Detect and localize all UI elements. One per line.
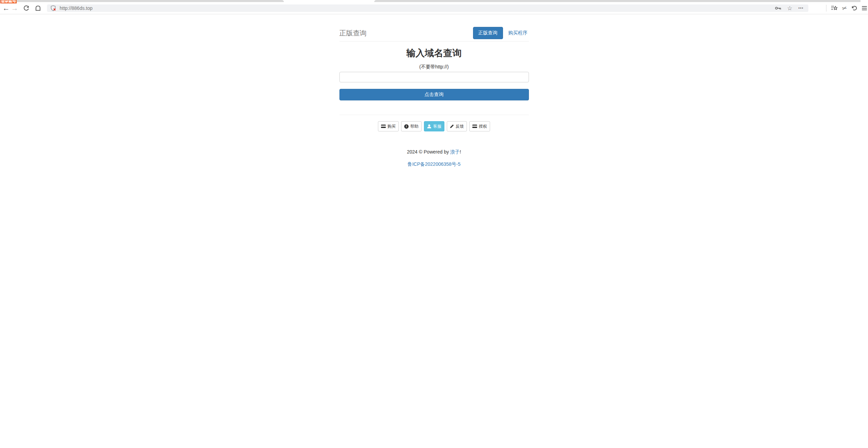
footer-powered-by: 2024 © Powered by 浪子!	[339, 149, 529, 155]
password-key-icon[interactable]	[775, 6, 781, 10]
undo-icon[interactable]	[851, 5, 857, 11]
back-icon: ←	[3, 4, 10, 12]
authorization-button[interactable]: 授权	[469, 121, 490, 131]
toolbar-separator	[826, 5, 826, 12]
bookmark-star-icon[interactable]: ☆	[787, 5, 792, 11]
icp-record-line: 鲁ICP备2022006358号-5	[339, 161, 529, 167]
screenshot-scissors-icon[interactable]: ✂	[841, 4, 848, 12]
main-container: 正版查询 正版查询 购买程序 输入域名查询 (不要带http://) 点击查询 …	[339, 27, 529, 167]
page-header: 正版查询 正版查询 购买程序	[339, 27, 529, 42]
shield-security-icon[interactable]	[50, 5, 56, 11]
favorites-list-icon[interactable]	[831, 5, 838, 11]
help-button-label: 帮助	[410, 124, 418, 129]
site-brand: 正版查询	[339, 29, 367, 38]
user-icon	[427, 124, 431, 129]
more-options-icon[interactable]: ⋯	[798, 5, 804, 11]
reload-icon	[23, 5, 29, 11]
page-body: 正版查询 正版查询 购买程序 输入域名查询 (不要带http://) 点击查询 …	[0, 27, 868, 448]
nav-buy-program-link[interactable]: 购买程序	[507, 27, 529, 39]
icp-record-link[interactable]: 鲁ICP备2022006358号-5	[408, 161, 461, 167]
browser-toolbar: ← →	[0, 2, 868, 14]
home-icon	[35, 5, 41, 11]
login-account-badge-label: 登录账号	[1, 0, 16, 3]
url-text: http://886ds.top	[60, 5, 93, 11]
menu-icon[interactable]	[862, 6, 867, 10]
reload-button[interactable]	[22, 2, 31, 14]
customer-service-label: 客服	[433, 124, 441, 129]
help-button[interactable]: i 帮助	[401, 121, 422, 131]
query-note: (不要带http://)	[339, 64, 529, 70]
content-divider	[339, 115, 529, 115]
nav-genuine-query-button[interactable]: 正版查询	[473, 27, 503, 39]
credit-card-icon	[381, 125, 386, 128]
pencil-icon	[450, 124, 454, 128]
customer-service-button[interactable]: 客服	[424, 121, 444, 131]
authorization-button-label: 授权	[479, 124, 487, 129]
home-button[interactable]	[33, 2, 42, 14]
query-heading: 输入域名查询	[339, 47, 529, 59]
domain-input[interactable]	[339, 72, 529, 82]
forward-button[interactable]: →	[10, 2, 19, 14]
info-icon: i	[404, 124, 409, 129]
toolbar-right-icons: ✂	[817, 2, 867, 14]
apps-grid-icon[interactable]	[817, 6, 822, 11]
credit-card-icon	[472, 125, 477, 128]
buy-button[interactable]: 购买	[378, 121, 399, 131]
feedback-button-label: 反馈	[456, 124, 464, 129]
action-button-row: 购买 i 帮助 客服	[339, 121, 529, 131]
powered-by-suffix: !	[460, 149, 461, 155]
back-button[interactable]: ←	[2, 2, 11, 14]
powered-by-text: 2024 © Powered by	[407, 149, 450, 155]
login-account-badge[interactable]: 登录账号	[0, 0, 17, 3]
address-bar[interactable]: http://886ds.top ☆ ⋯	[47, 4, 808, 12]
author-link[interactable]: 浪子	[450, 149, 460, 155]
top-nav: 正版查询 购买程序	[473, 27, 529, 39]
buy-button-label: 购买	[387, 124, 396, 129]
forward-icon: →	[11, 4, 18, 12]
query-submit-button[interactable]: 点击查询	[339, 89, 529, 100]
browser-chrome: 登录账号 ← →	[0, 0, 868, 14]
feedback-button[interactable]: 反馈	[447, 121, 467, 131]
